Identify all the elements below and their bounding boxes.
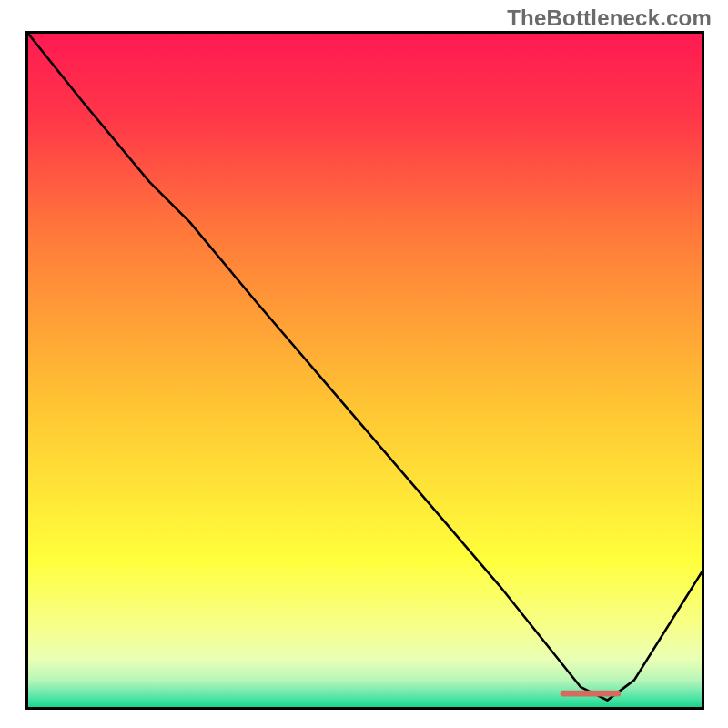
bottleneck-curve xyxy=(28,34,702,707)
chart-frame: TheBottleneck.com xyxy=(0,0,728,728)
watermark-text: TheBottleneck.com xyxy=(507,5,712,31)
svg-rect-1 xyxy=(561,691,622,697)
plot-area xyxy=(25,31,704,710)
